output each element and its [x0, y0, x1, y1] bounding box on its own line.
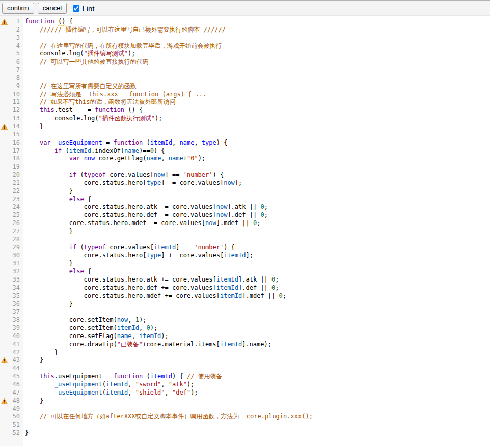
- code-line[interactable]: 29 if (typeof core.values[itemId] == 'nu…: [0, 244, 490, 252]
- marker-gutter-cell: [0, 74, 9, 82]
- code-line-text: console.log("插件编写测试");: [22, 50, 490, 58]
- marker-gutter-cell: [0, 381, 9, 389]
- code-line[interactable]: 18 var now=core.getFlag(name, name+"0");: [0, 155, 490, 163]
- code-line[interactable]: 33 core.status.hero.atk += core.values[i…: [0, 276, 490, 284]
- code-line[interactable]: 44: [0, 365, 490, 373]
- marker-gutter-cell: [0, 228, 9, 236]
- code-line[interactable]: 19: [0, 163, 490, 171]
- line-number: 18: [9, 155, 22, 163]
- code-line[interactable]: 11 // 如果不写this的话，函数将无法被外部所访问: [0, 98, 490, 106]
- code-line-text: // 可以写一些其他的被直接执行的代码: [22, 58, 490, 66]
- code-line[interactable]: 48 }: [0, 397, 490, 405]
- code-line[interactable]: 45 this.useEquipment = function (itemId)…: [0, 373, 490, 381]
- line-number: 15: [9, 131, 22, 139]
- marker-gutter-cell: [0, 332, 9, 341]
- code-line[interactable]: 4 // 在这里写的代码，在所有模块加载完毕后，游戏开始前会被执行: [0, 42, 490, 50]
- code-line[interactable]: 43 }: [0, 356, 490, 365]
- code-line[interactable]: 20 if (typeof core.values[now] == 'numbe…: [0, 171, 490, 179]
- line-number: 4: [9, 42, 22, 50]
- code-line[interactable]: 42 }: [0, 349, 490, 357]
- code-line[interactable]: 38 core.setItem(now, 1);: [0, 316, 490, 324]
- code-line[interactable]: 34 core.status.hero.def += core.values[i…: [0, 284, 490, 292]
- line-number: 29: [9, 244, 22, 252]
- confirm-button[interactable]: confirm: [2, 3, 34, 14]
- line-number: 28: [9, 236, 22, 244]
- code-line[interactable]: 24 core.status.hero.atk -= core.values[n…: [0, 203, 490, 211]
- code-line[interactable]: 13 console.log("插件函数执行测试");: [0, 115, 490, 123]
- marker-gutter-cell: [0, 171, 9, 179]
- code-line[interactable]: 7: [0, 66, 490, 74]
- code-line[interactable]: 2 ////// 插件编写，可以在这里写自己额外需要执行的脚本 //////: [0, 26, 490, 34]
- cancel-button[interactable]: cancel: [38, 3, 67, 14]
- marker-gutter-cell: [0, 131, 9, 139]
- code-line-text: if (itemId.indexOf(name)==0) {: [22, 147, 490, 155]
- code-line[interactable]: 27 }: [0, 228, 490, 236]
- code-line-text: [22, 308, 490, 316]
- code-line-text: else {: [22, 268, 490, 276]
- warning-triangle-icon: [1, 398, 8, 404]
- code-line[interactable]: 5 console.log("插件编写测试");: [0, 50, 490, 58]
- code-line-text: function () {: [22, 18, 490, 26]
- code-line-text: }: [22, 349, 490, 357]
- code-line[interactable]: 31 }: [0, 260, 490, 268]
- code-line[interactable]: 14 }: [0, 123, 490, 131]
- code-line[interactable]: 10 // 写法必须是 this.xxx = function (args) {…: [0, 91, 490, 99]
- code-line[interactable]: 50 // 可以在任何地方（如afterXXX或自定义脚本事件）调用函数，方法为…: [0, 413, 490, 421]
- marker-gutter-cell: [0, 316, 9, 324]
- code-line[interactable]: 37: [0, 308, 490, 316]
- line-number: 38: [9, 316, 22, 324]
- code-line[interactable]: 52}: [0, 429, 490, 437]
- code-line[interactable]: 46 _useEquipment(itemId, "sword", "atk")…: [0, 381, 490, 389]
- line-number: 40: [9, 332, 22, 341]
- code-area[interactable]: 1function () {2 ////// 插件编写，可以在这里写自己额外需要…: [0, 16, 490, 437]
- code-line-text: }: [22, 187, 490, 195]
- marker-gutter-cell: [0, 276, 9, 284]
- code-line[interactable]: 47 _useEquipment(itemId, "shield", "def"…: [0, 389, 490, 397]
- marker-gutter-cell: [0, 91, 9, 99]
- code-line-text: core.status.hero.mdef += core.values[ite…: [22, 292, 490, 300]
- code-editor[interactable]: 1function () {2 ////// 插件编写，可以在这里写自己额外需要…: [0, 16, 490, 446]
- lint-checkbox[interactable]: [73, 5, 79, 12]
- marker-gutter-cell: [0, 58, 9, 66]
- code-line[interactable]: 16 var _useEquipment = function (itemId,…: [0, 139, 490, 147]
- code-line[interactable]: 39 core.setItem(itemId, 0);: [0, 324, 490, 332]
- lint-warning-marker: [0, 397, 9, 405]
- code-line[interactable]: 26 core.status.hero.mdef -= core.values[…: [0, 219, 490, 228]
- code-line[interactable]: 21 core.status.hero[type] -= core.values…: [0, 179, 490, 187]
- line-number: 23: [9, 195, 22, 204]
- code-line[interactable]: 51: [0, 421, 490, 429]
- code-line[interactable]: 41 core.drawTip("已装备"+core.material.item…: [0, 341, 490, 349]
- line-number: 21: [9, 179, 22, 187]
- code-line[interactable]: 49: [0, 405, 490, 413]
- lint-warning-marker: [0, 356, 9, 365]
- line-number: 16: [9, 139, 22, 147]
- code-line[interactable]: 28: [0, 236, 490, 244]
- marker-gutter-cell: [0, 251, 9, 260]
- code-line[interactable]: 36 }: [0, 300, 490, 309]
- code-line[interactable]: 23 else {: [0, 195, 490, 204]
- line-number: 46: [9, 381, 22, 389]
- marker-gutter-cell: [0, 405, 9, 413]
- line-number: 19: [9, 163, 22, 171]
- code-line[interactable]: 15: [0, 131, 490, 139]
- marker-gutter-cell: [0, 341, 9, 349]
- code-line[interactable]: 40 core.setFlag(name, itemId);: [0, 332, 490, 341]
- code-line[interactable]: 32 else {: [0, 268, 490, 276]
- code-line[interactable]: 1function () {: [0, 18, 490, 26]
- line-number: 49: [9, 405, 22, 413]
- code-line[interactable]: 17 if (itemId.indexOf(name)==0) {: [0, 147, 490, 155]
- code-line[interactable]: 30 core.status.hero[type] += core.values…: [0, 251, 490, 260]
- code-line[interactable]: 35 core.status.hero.mdef += core.values[…: [0, 292, 490, 300]
- code-line[interactable]: 22 }: [0, 187, 490, 195]
- code-line[interactable]: 25 core.status.hero.def -= core.values[n…: [0, 211, 490, 219]
- code-line[interactable]: 8: [0, 74, 490, 82]
- code-line[interactable]: 3: [0, 34, 490, 42]
- code-line-text: }: [22, 356, 490, 365]
- line-number: 22: [9, 187, 22, 195]
- code-line-text: else {: [22, 195, 490, 204]
- code-line[interactable]: 9 // 在这里写所有需要自定义的函数: [0, 82, 490, 91]
- line-number: 11: [9, 98, 22, 106]
- code-line[interactable]: 12 this.test = function () {: [0, 106, 490, 115]
- marker-gutter-cell: [0, 195, 9, 204]
- code-line[interactable]: 6 // 可以写一些其他的被直接执行的代码: [0, 58, 490, 66]
